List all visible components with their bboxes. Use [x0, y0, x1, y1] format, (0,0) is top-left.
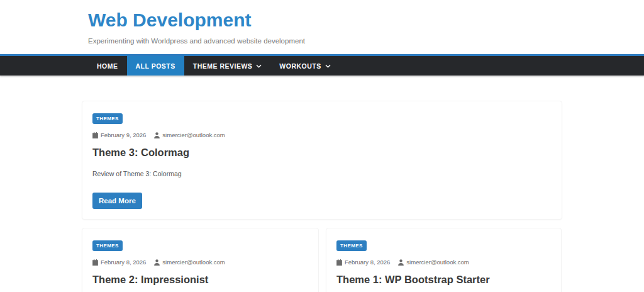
- post-card-theme3-colormag: THEMES February 9, 2026 simercier@outloo…: [82, 101, 562, 220]
- nav-item-all-posts[interactable]: ALL POSTS: [127, 56, 184, 76]
- chevron-down-icon: [256, 64, 262, 68]
- category-badge[interactable]: THEMES: [336, 240, 367, 251]
- post-meta: February 8, 2026 simercier@outlook.com: [92, 259, 308, 266]
- main-navbar: HOME ALL POSTS THEME REVIEWS WORKOUTS: [0, 54, 644, 76]
- nav-item-theme-reviews[interactable]: THEME REVIEWS: [184, 56, 271, 76]
- nav-item-home-label: HOME: [97, 62, 118, 70]
- posts-list: THEMES February 9, 2026 simercier@outloo…: [0, 76, 644, 292]
- post-author[interactable]: simercier@outlook.com: [154, 132, 225, 138]
- site-header: Web Development Experimenting with World…: [0, 0, 644, 54]
- user-icon: [398, 259, 404, 266]
- nav-item-workouts-label: WORKOUTS: [279, 62, 321, 70]
- post-date[interactable]: February 8, 2026: [92, 259, 146, 266]
- post-card-theme1-wp-bootstrap-starter: THEMES February 8, 2026 simercier@outloo…: [326, 228, 562, 292]
- category-badge[interactable]: THEMES: [92, 113, 123, 124]
- nav-menu: HOME ALL POSTS THEME REVIEWS WORKOUTS: [88, 56, 644, 76]
- site-title[interactable]: Web Development: [88, 10, 644, 30]
- post-date[interactable]: February 8, 2026: [336, 259, 390, 266]
- post-author[interactable]: simercier@outlook.com: [398, 259, 469, 266]
- nav-item-workouts[interactable]: WORKOUTS: [270, 56, 339, 76]
- post-author[interactable]: simercier@outlook.com: [154, 259, 225, 266]
- post-meta: February 8, 2026 simercier@outlook.com: [336, 259, 551, 266]
- post-card-theme2-impressionist: THEMES February 8, 2026 simercier@outloo…: [82, 228, 319, 292]
- post-meta: February 9, 2026 simercier@outlook.com: [92, 132, 552, 138]
- post-title[interactable]: Theme 1: WP Bootstrap Starter: [336, 274, 551, 286]
- post-title[interactable]: Theme 3: Colormag: [92, 147, 552, 159]
- posts-row: THEMES February 8, 2026 simercier@outloo…: [82, 228, 562, 292]
- calendar-icon: [336, 259, 342, 266]
- calendar-icon: [92, 259, 98, 266]
- nav-item-home[interactable]: HOME: [88, 56, 127, 76]
- nav-item-theme-reviews-label: THEME REVIEWS: [193, 62, 253, 70]
- post-excerpt: Review of Theme 3: Colormag: [92, 167, 552, 181]
- user-icon: [154, 132, 160, 138]
- chevron-down-icon: [325, 64, 331, 68]
- read-more-button[interactable]: Read More: [92, 193, 142, 209]
- calendar-icon: [92, 132, 98, 138]
- post-title[interactable]: Theme 2: Impressionist: [92, 274, 308, 286]
- site-tagline: Experimenting with Worldpress and advanc…: [88, 36, 644, 45]
- nav-item-all-posts-label: ALL POSTS: [136, 62, 175, 70]
- user-icon: [154, 259, 160, 266]
- category-badge[interactable]: THEMES: [92, 240, 123, 251]
- post-date[interactable]: February 9, 2026: [92, 132, 146, 138]
